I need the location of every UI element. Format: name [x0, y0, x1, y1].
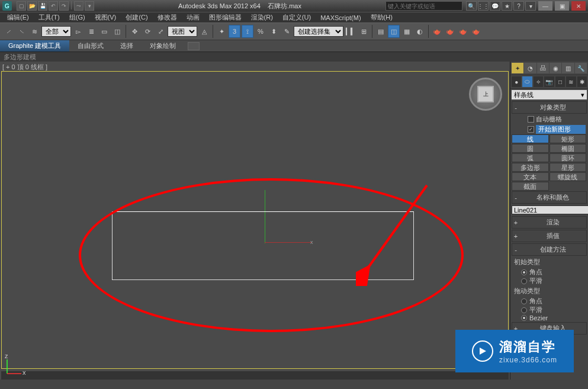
viewport-label[interactable]: [ + 0 顶 0 线框 ]: [2, 63, 47, 72]
motion-tab-icon[interactable]: ◉: [550, 63, 561, 73]
drag-corner-radio[interactable]: [521, 298, 527, 304]
app-icon[interactable]: G: [2, 1, 12, 11]
viewcube-face-top[interactable]: 上: [477, 86, 494, 102]
select-region-rect-icon[interactable]: ▭: [98, 25, 110, 38]
subcategory-dropdown[interactable]: 样条线▾: [512, 90, 587, 99]
display-tab-icon[interactable]: ▥: [562, 63, 574, 73]
unlink-icon[interactable]: ⟍: [15, 25, 27, 38]
rollout-object-type[interactable]: -对象类型: [512, 101, 587, 114]
selection-filter-dropdown[interactable]: 全部: [41, 26, 71, 37]
link-icon[interactable]: ⤳: [74, 1, 83, 11]
create-tab-icon[interactable]: ✦: [512, 63, 523, 73]
ribbon-panel-label[interactable]: 多边形建模: [0, 52, 588, 62]
rollout-name-color[interactable]: -名称和颜色: [512, 191, 587, 204]
angle-snap-icon[interactable]: ⟟: [242, 25, 253, 38]
material-editor-icon[interactable]: ◐: [414, 25, 426, 38]
initial-smooth-radio[interactable]: [521, 278, 527, 284]
initial-corner-radio[interactable]: [521, 269, 527, 275]
helpers-cat-icon[interactable]: □: [555, 76, 565, 87]
align-icon[interactable]: ⊞: [358, 25, 369, 38]
spinner-snap-icon[interactable]: ⬍: [268, 25, 279, 38]
tab-selection[interactable]: 选择: [112, 40, 142, 52]
save-icon[interactable]: 💾: [38, 1, 47, 11]
infocenter-icon[interactable]: 🔍: [466, 1, 477, 11]
subscription-icon[interactable]: ⋮⋮: [478, 1, 489, 11]
snap-toggle-icon[interactable]: 3: [229, 25, 240, 38]
modify-tab-icon[interactable]: ◔: [524, 63, 536, 73]
schematic-view-icon[interactable]: ▦: [401, 25, 413, 38]
lights-cat-icon[interactable]: ✧: [534, 76, 543, 87]
hierarchy-tab-icon[interactable]: 品: [537, 63, 549, 73]
layer-mgr-icon[interactable]: ▤: [375, 25, 387, 38]
btn-ellipse[interactable]: 椭圆: [550, 144, 587, 153]
btn-helix[interactable]: 螺旋线: [550, 172, 587, 181]
tab-graphite[interactable]: Graphite 建模工具: [0, 40, 69, 52]
menu-create[interactable]: 创建(C): [121, 13, 152, 22]
autogrid-checkbox[interactable]: [528, 116, 534, 123]
rollout-rendering[interactable]: +渲染: [512, 216, 587, 229]
viewport[interactable]: 上 x: [1, 71, 509, 369]
start-new-shape-label[interactable]: 开始新图形: [536, 125, 586, 134]
menu-views[interactable]: 视图(V): [90, 13, 121, 22]
help-icon[interactable]: ?: [513, 1, 524, 11]
drag-smooth-radio[interactable]: [521, 307, 527, 313]
project-icon[interactable]: ▾: [85, 1, 94, 11]
drag-bezier-radio[interactable]: [521, 315, 527, 321]
tab-objectpaint[interactable]: 对象绘制: [142, 40, 184, 52]
undo-icon[interactable]: ↶: [49, 1, 58, 11]
open-icon[interactable]: 📂: [27, 1, 37, 11]
bind-space-warp-icon[interactable]: ≋: [28, 25, 40, 38]
rollout-interpolation[interactable]: +插值: [512, 230, 587, 242]
window-crossing-icon[interactable]: ◫: [111, 25, 123, 38]
menu-animation[interactable]: 动画: [182, 13, 204, 22]
select-by-name-icon[interactable]: ≣: [85, 25, 97, 38]
btn-section[interactable]: 截面: [512, 182, 549, 191]
favorites-icon[interactable]: ★: [502, 1, 512, 11]
help-dd-icon[interactable]: ▾: [525, 1, 536, 11]
render-setup-icon[interactable]: 🫖: [431, 25, 443, 38]
btn-rectangle[interactable]: 矩形: [550, 134, 587, 143]
percent-snap-icon[interactable]: %: [255, 25, 266, 38]
systems-cat-icon[interactable]: ✱: [577, 76, 587, 87]
scale-icon[interactable]: ⤢: [155, 25, 166, 38]
viewcube[interactable]: 上: [469, 78, 502, 111]
menu-customize[interactable]: 自定义(U): [278, 13, 316, 22]
start-new-shape-checkbox[interactable]: [528, 126, 534, 133]
btn-text[interactable]: 文本: [512, 172, 549, 181]
rendered-frame-icon[interactable]: 🫖: [444, 25, 456, 38]
minimize-button[interactable]: —: [538, 1, 552, 11]
maximize-button[interactable]: ▣: [555, 1, 569, 11]
btn-donut[interactable]: 圆环: [550, 153, 587, 162]
communication-icon[interactable]: 💬: [490, 1, 500, 11]
rotate-icon[interactable]: ⟳: [142, 25, 153, 38]
redo-icon[interactable]: ↷: [59, 1, 69, 11]
menu-edit[interactable]: 编辑(E): [2, 13, 34, 22]
select-object-icon[interactable]: ▻: [72, 25, 84, 38]
btn-circle[interactable]: 圆: [512, 144, 549, 153]
spline-rectangle[interactable]: [112, 211, 414, 280]
select-manipulate-icon[interactable]: ✦: [216, 25, 227, 38]
tab-freeform[interactable]: 自由形式: [69, 40, 112, 52]
menu-help[interactable]: 帮助(H): [366, 13, 397, 22]
edit-named-sel-icon[interactable]: ✎: [281, 25, 293, 38]
btn-line[interactable]: 线: [512, 134, 549, 143]
menu-grapheditors[interactable]: 图形编辑器: [204, 13, 246, 22]
help-search-input[interactable]: [385, 1, 462, 11]
ribbon-minimize-icon[interactable]: [188, 42, 200, 50]
cameras-cat-icon[interactable]: 📷: [544, 76, 554, 87]
spacewarps-cat-icon[interactable]: ≋: [566, 76, 576, 87]
btn-arc[interactable]: 弧: [512, 153, 549, 162]
object-name-input[interactable]: [512, 205, 588, 214]
rollout-creation-method[interactable]: -创建方法: [512, 243, 587, 256]
link-icon[interactable]: ⟋: [2, 25, 14, 38]
new-icon[interactable]: ▢: [17, 1, 26, 11]
shapes-cat-icon[interactable]: ⬭: [522, 76, 532, 87]
menu-tools[interactable]: 工具(T): [34, 13, 65, 22]
curve-editor-icon[interactable]: ◫: [388, 25, 400, 38]
menu-maxscript[interactable]: MAXScript(M): [316, 14, 365, 21]
btn-ngon[interactable]: 多边形: [512, 163, 549, 172]
utilities-tab-icon[interactable]: 🔧: [575, 63, 587, 73]
move-icon[interactable]: ✥: [128, 25, 140, 38]
menu-group[interactable]: 组(G): [65, 13, 90, 22]
mirror-icon[interactable]: ▎▍: [345, 25, 356, 38]
